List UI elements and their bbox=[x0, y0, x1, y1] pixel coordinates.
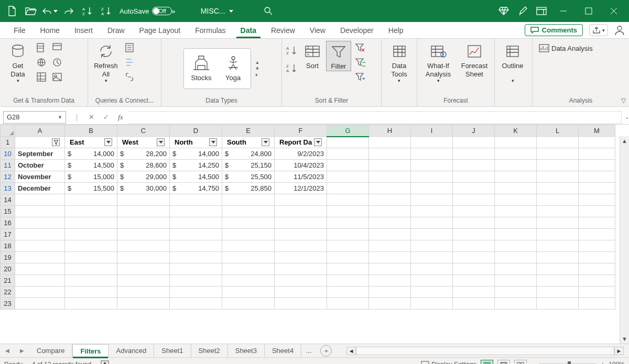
table-header-1[interactable]: East bbox=[68, 138, 114, 146]
worksheet-grid[interactable]: ABCDEFGHIJKLM1EastWestNorthSouthReport D… bbox=[0, 125, 629, 344]
sort-asc-button[interactable]: AZ bbox=[285, 44, 299, 58]
maximize-button[interactable] bbox=[577, 0, 601, 22]
from-web-icon[interactable] bbox=[35, 56, 48, 69]
row-header-15[interactable]: 15 bbox=[1, 206, 15, 217]
col-header-F[interactable]: F bbox=[275, 125, 327, 137]
get-data-button[interactable]: Get Data▾ bbox=[3, 41, 32, 84]
tab-more[interactable]: ... bbox=[301, 347, 316, 355]
cell-east[interactable]: $14,500 bbox=[65, 160, 117, 171]
sort-desc-icon[interactable]: ZA bbox=[97, 2, 115, 20]
filter-dropdown-icon[interactable] bbox=[262, 138, 269, 146]
cancel-formula-icon[interactable]: ✕ bbox=[84, 111, 99, 124]
expand-formula-bar[interactable]: ⌄ bbox=[625, 114, 629, 120]
cell-south[interactable]: $25,500 bbox=[222, 171, 275, 183]
cell-date[interactable]: 9/2/2023 bbox=[275, 148, 327, 160]
tab-view[interactable]: View bbox=[302, 22, 333, 38]
cell-south[interactable]: $25,850 bbox=[222, 183, 275, 194]
cell-north[interactable]: $14,500 bbox=[170, 171, 222, 183]
scroll-down[interactable]: ▼ bbox=[620, 334, 629, 344]
add-sheet-button[interactable]: ＋ bbox=[320, 345, 332, 357]
sort-asc-icon[interactable]: AZ bbox=[79, 2, 96, 20]
clear-filter-icon[interactable] bbox=[353, 41, 367, 54]
minimize-button[interactable] bbox=[551, 0, 576, 22]
cell-west[interactable]: $28,600 bbox=[117, 160, 170, 171]
advanced-filter-icon[interactable] bbox=[353, 70, 367, 84]
account-icon[interactable] bbox=[610, 22, 629, 38]
formula-input[interactable] bbox=[128, 111, 622, 124]
cell-north[interactable]: $14,250 bbox=[170, 160, 222, 171]
tab-scroll-left[interactable]: ◄ bbox=[0, 347, 15, 355]
tab-draw[interactable]: Draw bbox=[100, 22, 132, 38]
col-header-E[interactable]: E bbox=[222, 125, 275, 137]
row-header-1[interactable]: 1 bbox=[1, 137, 15, 148]
row-header-23[interactable]: 23 bbox=[1, 298, 15, 310]
insert-function-icon[interactable]: fx bbox=[113, 111, 128, 124]
row-header-13[interactable]: 13 bbox=[1, 183, 15, 194]
col-header-I[interactable]: I bbox=[411, 125, 453, 137]
queries-icon[interactable] bbox=[123, 41, 136, 54]
gallery-more[interactable]: ▾ bbox=[255, 72, 260, 78]
row-header-22[interactable]: 22 bbox=[1, 286, 15, 298]
recent-sources-icon[interactable] bbox=[50, 41, 64, 54]
tab-formulas[interactable]: Formulas bbox=[188, 22, 233, 38]
sheet-tab-sheet1[interactable]: Sheet1 bbox=[154, 344, 191, 358]
tab-help[interactable]: Help bbox=[381, 22, 411, 38]
workbook-name[interactable]: MISC... bbox=[201, 7, 233, 15]
sheet-tab-sheet3[interactable]: Sheet3 bbox=[228, 344, 265, 358]
col-header-M[interactable]: M bbox=[579, 125, 615, 137]
table-header-4[interactable]: South bbox=[225, 138, 272, 146]
filter-dropdown-icon[interactable] bbox=[157, 138, 165, 146]
sheet-tab-advanced[interactable]: Advanced bbox=[109, 344, 154, 358]
row-header-17[interactable]: 17 bbox=[1, 229, 15, 240]
col-header-D[interactable]: D bbox=[170, 125, 222, 137]
col-header-J[interactable]: J bbox=[453, 125, 495, 137]
cell-north[interactable]: $14,750 bbox=[170, 183, 222, 194]
comments-button[interactable]: Comments bbox=[525, 24, 583, 36]
display-settings-button[interactable]: Display Settings bbox=[421, 361, 476, 365]
filter-button[interactable]: Filter bbox=[326, 41, 351, 71]
tab-file[interactable]: File bbox=[6, 22, 33, 38]
stocks-type[interactable]: Stocks bbox=[191, 55, 212, 82]
filter-dropdown-icon[interactable] bbox=[104, 138, 112, 146]
data-types-gallery[interactable]: Stocks Yoga bbox=[183, 48, 251, 89]
data-analysis-button[interactable]: Data Analysis bbox=[536, 43, 596, 53]
autosave-toggle[interactable]: AutoSave Off bbox=[120, 7, 166, 15]
close-button[interactable] bbox=[602, 0, 626, 22]
scroll-up[interactable]: ▲ bbox=[620, 136, 629, 146]
tab-developer[interactable]: Developer bbox=[333, 22, 381, 38]
reapply-icon[interactable] bbox=[353, 56, 367, 69]
row-header-12[interactable]: 12 bbox=[1, 171, 15, 183]
col-header-B[interactable]: B bbox=[65, 125, 117, 137]
cell-south[interactable]: $24,800 bbox=[222, 148, 275, 160]
refresh-all-button[interactable]: Refresh All▾ bbox=[91, 41, 121, 84]
macro-record-icon[interactable] bbox=[101, 360, 109, 364]
cell-date[interactable]: 12/1/2023 bbox=[275, 183, 327, 194]
existing-conn-icon[interactable] bbox=[50, 56, 64, 69]
cell-east[interactable]: $15,500 bbox=[65, 183, 117, 194]
zoom-level[interactable]: 100% bbox=[609, 361, 625, 365]
sheet-tab-compare[interactable]: Compare bbox=[29, 344, 72, 358]
from-picture-icon[interactable] bbox=[50, 70, 64, 84]
select-all[interactable] bbox=[1, 125, 15, 137]
col-header-G[interactable]: G bbox=[327, 125, 369, 137]
zoom-out-button[interactable]: − bbox=[531, 361, 535, 365]
page-layout-button[interactable] bbox=[497, 360, 510, 365]
yoga-type[interactable]: Yoga bbox=[223, 55, 243, 82]
redo-button[interactable] bbox=[60, 2, 78, 20]
cell-north[interactable]: $14,000 bbox=[170, 148, 222, 160]
from-text-icon[interactable] bbox=[35, 41, 48, 54]
undo-button[interactable] bbox=[41, 2, 59, 20]
row-header-21[interactable]: 21 bbox=[1, 275, 15, 286]
from-table-icon[interactable] bbox=[35, 70, 48, 84]
cell-date[interactable]: 10/4/2023 bbox=[275, 160, 327, 171]
name-box[interactable]: G28▼ bbox=[3, 111, 66, 124]
data-tools-button[interactable]: Data Tools▾ bbox=[385, 41, 414, 84]
brush-icon[interactable] bbox=[514, 2, 532, 20]
table-header-0[interactable] bbox=[18, 138, 62, 146]
tab-insert[interactable]: Insert bbox=[67, 22, 100, 38]
cell-west[interactable]: $29,000 bbox=[117, 171, 170, 183]
cell-date[interactable]: 11/5/2023 bbox=[275, 171, 327, 183]
sheet-tab-sheet4[interactable]: Sheet4 bbox=[265, 344, 301, 358]
row-header-18[interactable]: 18 bbox=[1, 240, 15, 252]
share-button[interactable]: ▾ bbox=[589, 24, 608, 36]
